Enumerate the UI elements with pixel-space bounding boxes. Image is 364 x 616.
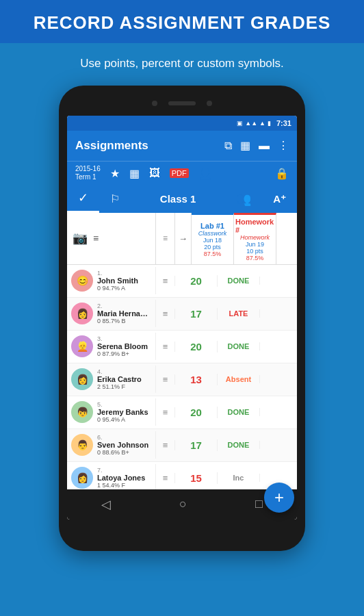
cell-lab-5[interactable]: 20 bbox=[175, 407, 218, 418]
cell-notes-4[interactable]: ≡ bbox=[156, 374, 175, 385]
avatar: 👩 bbox=[71, 368, 93, 390]
hw-pts: 10 pts bbox=[246, 248, 263, 255]
tab-class-name[interactable]: Class 1 bbox=[131, 193, 225, 205]
student-score: 0 94.7% A bbox=[97, 285, 151, 292]
arrow-icon: → bbox=[179, 233, 187, 244]
copy-icon[interactable]: ⧉ bbox=[224, 140, 232, 152]
cell-notes-6[interactable]: ≡ bbox=[156, 440, 175, 450]
student-info-7[interactable]: 👩 7. Latoya Jones 1 54.4% F bbox=[67, 464, 156, 489]
student-name: John Smith bbox=[97, 277, 151, 285]
cell-hw-7[interactable]: Inc bbox=[218, 474, 260, 482]
student-info-5[interactable]: 👦 5. Jeremy Banks 0 95.4% A bbox=[67, 398, 156, 426]
avatar: 👦 bbox=[71, 401, 93, 423]
student-number: 5. bbox=[97, 401, 151, 408]
student-details-5: 5. Jeremy Banks 0 95.4% A bbox=[97, 401, 151, 423]
student-info-2[interactable]: 👩 2. Maria Hernandez 0 85.7% B bbox=[67, 300, 156, 327]
speaker-grille bbox=[168, 101, 196, 105]
app-toolbar: Assignments ⧉ ▦ ▬ ⋮ bbox=[67, 131, 297, 161]
student-name: Sven Johnson bbox=[97, 441, 151, 449]
phone-bottom bbox=[67, 519, 297, 529]
wifi-icon: ▲ bbox=[259, 120, 265, 127]
hw-date: Jun 19 bbox=[246, 241, 264, 248]
student-col-header: 📷 ≡ bbox=[67, 213, 156, 264]
avatar: 😊 bbox=[71, 270, 93, 292]
battery-icon: ▮ bbox=[268, 120, 271, 127]
image-icon[interactable]: 🖼 bbox=[149, 167, 160, 179]
chart-icon[interactable]: ▦ bbox=[129, 167, 140, 180]
star-icon[interactable]: ★ bbox=[110, 167, 120, 180]
cell-hw-5[interactable]: DONE bbox=[218, 408, 260, 416]
notes-icon: ≡ bbox=[163, 276, 168, 286]
group-icon: 👥 bbox=[236, 192, 251, 207]
more-icon[interactable]: ⋮ bbox=[278, 139, 289, 152]
lab-grade: 20 bbox=[190, 341, 202, 352]
notes-icon: ≡ bbox=[163, 473, 168, 483]
cell-notes-3[interactable]: ≡ bbox=[156, 342, 175, 352]
student-info-4[interactable]: 👩 4. Erika Castro 2 51.1% F bbox=[67, 365, 156, 393]
avatar: 👩 bbox=[71, 303, 93, 324]
hw-col-header[interactable]: Homework # Homework Jun 19 10 pts 87.5% bbox=[234, 213, 276, 264]
lab-grade: 17 bbox=[190, 308, 202, 320]
person-icon[interactable]: 👤 bbox=[198, 167, 212, 180]
recents-button[interactable]: □ bbox=[255, 497, 263, 511]
home-button[interactable]: ○ bbox=[179, 497, 187, 511]
cell-hw-6[interactable]: DONE bbox=[218, 441, 260, 449]
cell-lab-3[interactable]: 20 bbox=[175, 341, 218, 352]
back-button[interactable]: ◁ bbox=[101, 497, 111, 512]
hw-grade: Inc bbox=[233, 474, 244, 482]
student-info-1[interactable]: 😊 1. John Smith 0 94.7% A bbox=[67, 267, 156, 294]
table-row: 👩 7. Latoya Jones 1 54.4% F ≡ 15 bbox=[67, 462, 297, 489]
student-score: 0 85.7% B bbox=[97, 318, 151, 324]
book-icon[interactable]: ▬ bbox=[259, 140, 270, 152]
cell-notes-7[interactable]: ≡ bbox=[156, 473, 175, 483]
cell-hw-1[interactable]: DONE bbox=[218, 277, 260, 285]
check-icon: ✓ bbox=[78, 190, 88, 205]
student-number: 3. bbox=[97, 335, 151, 342]
calendar-icon[interactable]: ▦ bbox=[240, 139, 250, 152]
lock-icon[interactable]: 🔒 bbox=[275, 167, 289, 180]
student-info-6[interactable]: 👨 6. Sven Johnson 0 88.6% B+ bbox=[67, 431, 156, 459]
lab-pct: 87.5% bbox=[204, 251, 222, 257]
table-row: 👩 2. Maria Hernandez 0 85.7% B ≡ 17 bbox=[67, 298, 297, 331]
pdf-icon[interactable]: PDF bbox=[170, 168, 189, 178]
cell-lab-4[interactable]: 13 bbox=[175, 374, 218, 385]
student-details-7: 7. Latoya Jones 1 54.4% F bbox=[97, 467, 151, 489]
student-score: 0 88.6% B+ bbox=[97, 449, 151, 456]
cell-lab-6[interactable]: 17 bbox=[175, 439, 218, 451]
avatar: 👩 bbox=[71, 467, 93, 489]
cell-lab-7[interactable]: 15 bbox=[175, 472, 218, 484]
cell-hw-4[interactable]: Absent bbox=[218, 375, 260, 383]
tab-check[interactable]: ✓ bbox=[67, 185, 99, 213]
cell-notes-5[interactable]: ≡ bbox=[156, 407, 175, 418]
signal-icon: ▲▲ bbox=[245, 120, 257, 127]
table-row: 👩 4. Erika Castro 2 51.1% F ≡ 13 bbox=[67, 363, 297, 396]
status-bar: ▣ ▲▲ ▲ ▮ 7:31 bbox=[67, 116, 297, 131]
lab-col-header[interactable]: Lab #1 Classwork Jun 18 20 pts 87.5% bbox=[192, 213, 234, 264]
student-number: 6. bbox=[97, 434, 151, 441]
student-score: 2 51.1% F bbox=[97, 383, 151, 390]
hw-grade: DONE bbox=[228, 342, 250, 350]
lab-category: Classwork bbox=[198, 230, 227, 237]
cell-hw-3[interactable]: DONE bbox=[218, 342, 260, 350]
secondary-toolbar: 2015-16 Term 1 ★ ▦ 🖼 PDF 👤 🔒 bbox=[67, 161, 297, 185]
tab-group[interactable]: 👥 bbox=[225, 185, 262, 213]
notes-header-icon: ≡ bbox=[163, 233, 168, 243]
cell-lab-1[interactable]: 20 bbox=[175, 275, 218, 287]
camera-icon: 📷 bbox=[73, 231, 88, 246]
sort-icon[interactable]: ≡ bbox=[93, 233, 99, 244]
table-row: 👦 5. Jeremy Banks 0 95.4% A ≡ 20 bbox=[67, 396, 297, 429]
student-info-3[interactable]: 👱 3. Serena Bloom 0 87.9% B+ bbox=[67, 333, 156, 360]
term-label: 2015-16 Term 1 bbox=[75, 165, 101, 181]
cell-hw-2[interactable]: LATE bbox=[218, 309, 260, 318]
cell-notes-2[interactable]: ≡ bbox=[156, 309, 175, 319]
cell-lab-2[interactable]: 17 bbox=[175, 308, 218, 320]
tab-cart[interactable]: ⚐ bbox=[99, 185, 131, 213]
lab-grade: 17 bbox=[190, 439, 202, 451]
hw-pct: 87.5% bbox=[246, 255, 264, 261]
tab-grade[interactable]: A⁺ bbox=[262, 185, 297, 213]
student-list: 😊 1. John Smith 0 94.7% A ≡ 20 bbox=[67, 265, 297, 489]
hw-grade: DONE bbox=[228, 277, 250, 285]
status-time: 7:31 bbox=[276, 119, 291, 127]
cell-notes-1[interactable]: ≡ bbox=[156, 276, 175, 286]
student-details-3: 3. Serena Bloom 0 87.9% B+ bbox=[97, 335, 151, 357]
